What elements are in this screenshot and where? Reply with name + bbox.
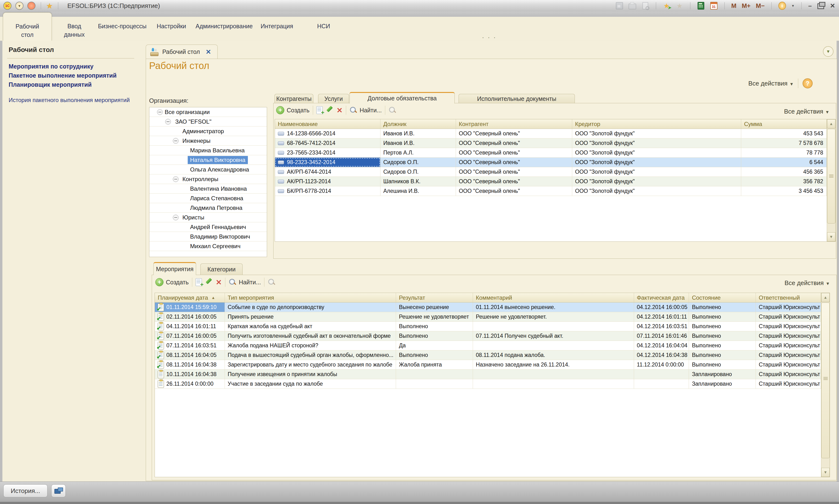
tree-item[interactable]: Юристы [149,213,267,222]
tree-item[interactable]: Валентина Ивановна [149,184,267,194]
scroll-thumb[interactable] [821,303,829,458]
find-button[interactable]: Найти... [229,278,261,286]
scroll-down-button[interactable]: ▼ [821,468,829,477]
table-row[interactable]: 14-1238-6566-2014Иванов И.В.ООО "Северны… [275,129,827,139]
find-button[interactable]: Найти... [350,106,382,114]
save-icon[interactable] [616,2,623,10]
calendar-icon[interactable]: 31 [710,2,718,10]
tab-исполнительные-документы[interactable]: Исполнительные документы [458,94,575,104]
sidebar-link[interactable]: Планировщик мероприятий [8,81,91,88]
table-row[interactable]: 10.11.2014 16:04:38Получение извещения о… [155,370,821,379]
table-row[interactable]: АК/РП-6744-2014Сидоров О.П.ООО "Северный… [275,167,827,177]
cancel-search-icon[interactable] [268,278,276,286]
tab-услуги[interactable]: Услуги [318,94,349,104]
tree-item[interactable]: Администратор [149,126,267,136]
sidebar-link-secondary[interactable]: История пакетного выполнения мероприятий [8,97,130,104]
tab-долговые-обязательства[interactable]: Долговые обязательства [350,92,455,104]
edit-pencil-icon[interactable] [326,107,333,114]
sidebar-link[interactable]: Мероприятия по сотруднику [8,63,93,70]
help-button[interactable]: ? [803,78,812,88]
table-row[interactable]: ✔01.11.2014 15:59:10Событие в суде по де… [155,303,821,312]
print-icon[interactable] [629,2,636,10]
column-header[interactable]: Контрагент [456,119,572,129]
tree-item[interactable]: Ольга Александровна [149,165,267,174]
star-icon[interactable]: ★ [46,2,53,10]
column-header[interactable]: Должник [381,119,456,129]
menu-tab-настройки[interactable]: Настройки [153,22,189,31]
tree-item[interactable]: Инженеры [149,136,267,146]
delete-icon[interactable]: ✕ [216,278,222,287]
collapse-expander-icon[interactable] [173,138,179,144]
column-header[interactable]: Результат [396,293,473,302]
vertical-scrollbar[interactable]: ▲▼ [827,119,835,241]
menu-tab-администрирование[interactable]: Администрирование [194,22,254,31]
column-header[interactable]: Тип мероприятия [225,293,396,302]
menu-tab-бизнес-процессы[interactable]: Бизнес-процессы [96,22,148,31]
column-header[interactable]: Комментарий [473,293,634,302]
tree-item[interactable]: Михаил Сергеевич [149,241,267,251]
scroll-thumb[interactable] [827,129,835,223]
add-favorite-icon[interactable]: ★➤ [663,2,670,10]
debt-all-actions-button[interactable]: Все действия▼ [762,108,829,115]
copy-item-icon[interactable] [196,278,202,286]
column-header[interactable]: Планируемая дата▲ [155,293,225,302]
table-row[interactable]: ✔07.11.2014 16:00:05Получить изготовленн… [155,331,821,341]
table-row[interactable]: ✔02.11.2014 16:00:05Принять решениеРешен… [155,312,821,322]
table-row[interactable]: ✔07.11.2014 16:03:51Жалоба подана НАШЕЙ … [155,341,821,350]
table-row[interactable]: ✔08.11.2014 16:04:05Подача в вышестоящий… [155,350,821,360]
all-actions-button[interactable]: Все действия▼ [748,80,794,87]
info-icon[interactable]: i [779,2,786,10]
column-header[interactable]: Состояние [689,293,756,302]
collapse-expander-icon[interactable] [173,215,179,220]
calculator-icon[interactable] [697,2,705,10]
tree-item[interactable]: Все организации [149,107,267,117]
memory-add-button[interactable]: M+ [742,2,751,10]
table-row[interactable]: 26.11.2014 0:00:00Участие в заседании су… [155,379,821,389]
edit-pencil-icon[interactable] [205,278,212,286]
tree-item[interactable]: Андрей Геннадьевич [149,222,267,232]
sidebar-link[interactable]: Пакетное выполнение мероприятий [8,72,117,79]
scroll-up-button[interactable]: ▲ [821,293,829,302]
events-all-actions-button[interactable]: Все действия▼ [762,279,830,287]
tab-контрагенты[interactable]: Контрагенты [275,94,313,104]
create-button[interactable]: +Создать [276,106,310,114]
column-header[interactable]: Сумма [741,119,827,129]
collapse-expander-icon[interactable] [165,119,171,125]
minimize-button[interactable]: – [808,2,812,10]
table-row[interactable]: 68-7645-7412-2014Иванов И.В.ООО "Северны… [275,139,827,148]
restore-button[interactable] [817,2,825,10]
menu-tab-рабочий-стол[interactable]: Рабочийстол [3,13,52,41]
scroll-up-button[interactable]: ▲ [827,119,835,128]
memory-recall-button[interactable]: M [731,2,737,10]
print-preview-icon[interactable] [642,2,649,10]
column-header[interactable]: Ответственный [756,293,821,302]
history-button[interactable]: История... [3,484,48,497]
table-row[interactable]: ✔08.11.2014 16:04:38Зарегистрировать дат… [155,360,821,370]
client-mode-button[interactable] [51,484,66,497]
tab-list-dropdown-button[interactable]: ▼ [823,46,834,57]
collapse-expander-icon[interactable] [157,109,163,115]
splitter-handle[interactable]: ··· [482,33,499,41]
tab-мероприятия[interactable]: Мероприятия [153,262,196,275]
menu-tab-интеграция[interactable]: Интеграция [258,22,296,31]
tree-item[interactable]: ЗАО "EFSOL" [149,117,267,126]
table-row[interactable]: 23-7565-2334-2014Пертов А.Л.ООО "Северны… [275,148,827,158]
tab-категории[interactable]: Категории [200,264,243,275]
favorites-circle-button[interactable] [27,2,35,10]
column-header[interactable]: Фактическая дата [634,293,689,302]
copy-item-icon[interactable] [316,106,323,114]
menu-tab-нси[interactable]: НСИ [312,22,336,31]
1c-logo-button[interactable]: 1С [3,2,12,10]
table-row[interactable]: 98-2323-3452-2014Сидоров О.П.ООО "Северн… [275,158,827,167]
menu-tab-ввод-данных[interactable]: Вводданных [57,22,91,39]
memory-subtract-button[interactable]: M− [756,2,765,10]
close-tab-icon[interactable]: ✕ [206,48,211,56]
main-menu-button[interactable]: ▼ [15,2,23,10]
create-button[interactable]: +Создать [155,278,189,286]
tree-item[interactable]: Владимир Викторович [149,232,267,241]
table-row[interactable]: ✔04.11.2014 16:01:11Краткая жалоба на су… [155,322,821,331]
tree-item[interactable]: Марина Васильевна [149,146,267,155]
column-header[interactable]: Наименование [275,119,381,129]
tree-item[interactable]: Лариса Степановна [149,194,267,203]
delete-icon[interactable]: ✕ [336,106,343,114]
